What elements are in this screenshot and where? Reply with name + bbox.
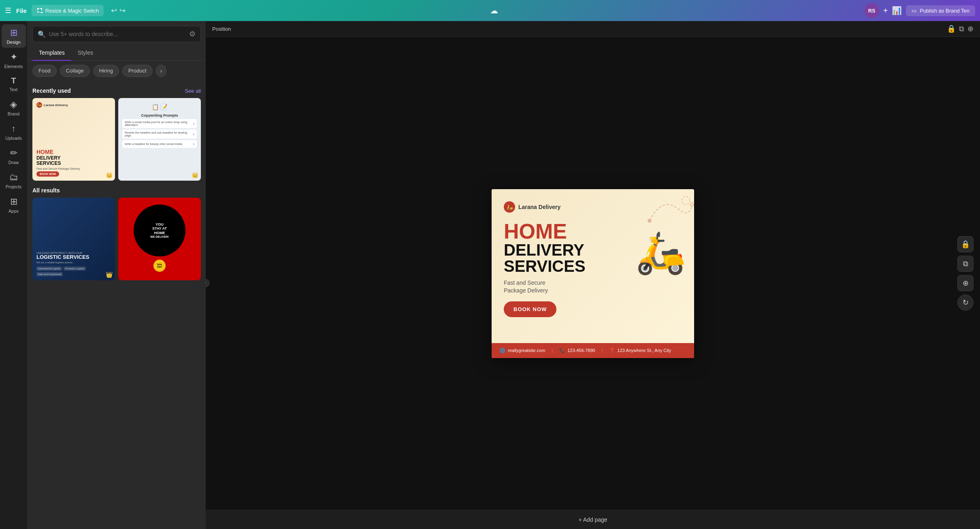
decorative-svg <box>646 192 694 225</box>
logistic-big: LOGISTIC SERVICES <box>36 254 111 260</box>
main-layout: ⊞ Design ✦ Elements T Text ◈ Brand ↑ Upl… <box>0 21 980 529</box>
chip-hiring[interactable]: Hiring <box>93 65 119 77</box>
publish-button[interactable]: ▭ Publish as Brand Ten <box>906 5 975 16</box>
brand-icon: ◈ <box>10 99 17 110</box>
chip-food[interactable]: Food <box>32 65 57 77</box>
copy-row-text-1: Write a social media post for an online … <box>125 121 192 126</box>
template-brand-name: Larana Delivery <box>44 103 68 107</box>
add-page-bar[interactable]: + Add page <box>206 510 980 529</box>
design-card-main: 🛵 Larana Delivery HOME DELIVERY SERVICES… <box>492 189 694 343</box>
stay-text: YOU STAY AT HOME WE DELIVER! <box>150 222 169 239</box>
canvas-toolbar: Position 🔒 ⧉ ⊕ <box>206 21 980 37</box>
add-page-button[interactable]: + Add page <box>578 516 607 523</box>
menu-icon[interactable]: ☰ <box>5 6 11 15</box>
copy-row-text-3: Write a headline for beauty clinic socia… <box>125 143 183 145</box>
sidebar-item-projects[interactable]: 🗂 Projects <box>2 169 26 192</box>
text-icon: T <box>11 76 16 85</box>
template-card-stay[interactable]: YOU STAY AT HOME WE DELIVER! 50% OFF <box>118 198 201 280</box>
topbar-right: RS + 📊 ▭ Publish as Brand Ten <box>865 3 975 18</box>
tab-styles[interactable]: Styles <box>71 45 100 61</box>
add-to-page-icon[interactable]: ⊕ <box>967 24 974 33</box>
resize-magic-switch-button[interactable]: Resize & Magic Switch <box>32 5 104 16</box>
logistic-sub: We are a reliable logistics partner... <box>36 261 111 264</box>
undo-button[interactable]: ↩ ↪ <box>109 4 128 17</box>
template-card-delivery[interactable]: 🛵 Larana Delivery HOME DELIVERY SERVICES… <box>32 98 115 181</box>
template-big-text-1: HOME <box>36 149 111 155</box>
address-text: 123 Anywhere St., Any City <box>618 348 671 353</box>
svg-point-0 <box>682 196 690 205</box>
template-card-logistic[interactable]: UNLEASH EFFICIENCY WITH OUR LOGISTIC SER… <box>32 198 115 280</box>
footer-divider-2: | <box>602 348 603 353</box>
search-icon: 🔍 <box>38 30 46 38</box>
design-card[interactable]: 🛵 Larana Delivery HOME DELIVERY SERVICES… <box>492 189 694 358</box>
template-big-text-3: SERVICES <box>36 161 111 166</box>
crown-icon: 👑 <box>106 172 113 178</box>
topbar: ☰ File Resize & Magic Switch ↩ ↪ ☁ RS + … <box>0 0 980 21</box>
design-card-footer: 🌐 reallygreatsite.com | 📞 123-456-7890 |… <box>492 343 694 358</box>
chart-icon[interactable]: 📊 <box>892 6 902 15</box>
sidebar-item-draw[interactable]: ✏ Draw <box>2 145 26 168</box>
tab-templates[interactable]: Templates <box>32 45 71 61</box>
chip-product[interactable]: Product <box>122 65 153 77</box>
publish-icon: ▭ <box>912 8 916 14</box>
template-brand-logo: 🛵 <box>36 102 42 108</box>
copy-row-3: Write a headline for beauty clinic socia… <box>122 140 197 148</box>
brand-name: Larana Delivery <box>518 204 560 210</box>
copy-arrow-3: › <box>193 142 194 146</box>
phone-icon: 📞 <box>559 348 565 353</box>
copy-arrow-1: › <box>193 122 194 126</box>
logistic-badge-2: Domestic Logistic <box>64 267 86 271</box>
sidebar-item-uploads[interactable]: ↑ Uploads <box>2 120 26 144</box>
stay-circle: YOU STAY AT HOME WE DELIVER! <box>134 205 186 257</box>
position-label: Position <box>212 26 231 32</box>
template-btn: BOOK NOW <box>36 171 59 177</box>
sidebar-label-design: Design <box>6 40 20 45</box>
sidebar-item-text[interactable]: T Text <box>2 73 26 95</box>
sidebar-label-elements: Elements <box>4 64 23 69</box>
website-url: reallygreatsite.com <box>508 348 545 353</box>
copy-tool-button[interactable]: ⧉ <box>957 256 974 272</box>
avatar[interactable]: RS <box>865 3 879 18</box>
rotate-button[interactable]: ↻ <box>957 294 974 311</box>
sidebar-label-projects: Projects <box>6 184 22 189</box>
copy-row-text-2: Rewrite the headline and sub-headline fo… <box>125 131 192 137</box>
address-icon: 📍 <box>609 348 615 353</box>
search-input[interactable] <box>49 31 186 37</box>
chip-more[interactable]: › <box>156 65 167 77</box>
left-panel: 🔍 ⚙ Templates Styles Food Collage Hiring… <box>28 21 206 529</box>
stay-badge: 50% OFF <box>153 260 166 272</box>
sidebar-label-uploads: Uploads <box>5 136 21 141</box>
logistic-crown-icon: 👑 <box>106 271 113 278</box>
footer-address: 📍 123 Anywhere St., Any City <box>609 348 671 353</box>
chip-collage[interactable]: Collage <box>60 65 90 77</box>
projects-icon: 🗂 <box>9 172 18 183</box>
see-all-button[interactable]: See all <box>185 88 201 94</box>
sidebar-item-apps[interactable]: ⊞ Apps <box>2 193 26 217</box>
sidebar-label-brand: Brand <box>8 111 19 116</box>
copy-to-page-icon[interactable]: ⧉ <box>959 25 964 33</box>
sidebar-item-design[interactable]: ⊞ Design <box>2 24 26 48</box>
logistic-badge-1: International Logistic <box>36 267 62 271</box>
panel-content: Recently used See all 🛵 Larana Delivery … <box>28 81 206 529</box>
lock-tool-button[interactable]: 🔒 <box>957 236 974 252</box>
sub-text: Fast and SecurePackage Delivery <box>504 279 682 295</box>
sidebar-item-elements[interactable]: ✦ Elements <box>2 49 26 72</box>
filter-icon[interactable]: ⚙ <box>189 30 196 38</box>
brand-logo: 🛵 <box>504 201 515 213</box>
lock-icon[interactable]: 🔒 <box>947 24 956 33</box>
sidebar-label-apps: Apps <box>9 209 19 213</box>
add-tool-button[interactable]: ⊕ <box>957 275 974 291</box>
filter-chips: Food Collage Hiring Product › <box>28 61 206 81</box>
icon-sidebar: ⊞ Design ✦ Elements T Text ◈ Brand ↑ Upl… <box>0 21 28 529</box>
title-area: ☁ <box>133 6 860 15</box>
scooter-illustration: 🛵 <box>605 229 686 277</box>
file-button[interactable]: File <box>16 7 27 14</box>
plus-button[interactable]: + <box>883 6 888 15</box>
sidebar-label-text: Text <box>9 87 17 92</box>
sidebar-item-brand[interactable]: ◈ Brand <box>2 96 26 119</box>
book-now-button[interactable]: BOOK NOW <box>504 301 556 317</box>
template-card-copywriting[interactable]: 📋 📝 Copywriting Prompts Write a social m… <box>118 98 201 181</box>
recently-used-grid: 🛵 Larana Delivery HOME DELIVERY SERVICES… <box>32 98 201 181</box>
search-box: 🔍 ⚙ <box>32 26 201 42</box>
canvas-toolbar-right: 🔒 ⧉ ⊕ <box>947 24 974 33</box>
